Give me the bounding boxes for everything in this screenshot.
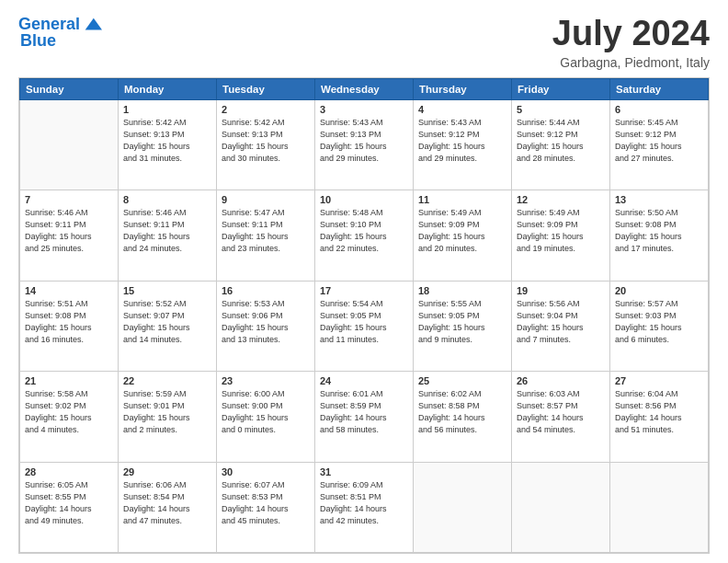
day-info: Sunrise: 6:07 AM Sunset: 8:53 PM Dayligh…	[222, 479, 310, 527]
day-number: 4	[418, 104, 506, 115]
day-info: Sunrise: 5:43 AM Sunset: 9:12 PM Dayligh…	[418, 117, 506, 165]
day-number: 2	[222, 104, 310, 115]
day-number: 12	[517, 194, 605, 205]
calendar-cell	[414, 462, 512, 552]
day-number: 7	[25, 194, 113, 205]
weekday-header: Monday	[119, 78, 217, 99]
weekday-header: Saturday	[610, 78, 709, 99]
day-info: Sunrise: 5:51 AM Sunset: 9:08 PM Dayligh…	[25, 298, 113, 346]
logo: General Blue	[18, 15, 102, 51]
calendar-cell: 17Sunrise: 5:54 AM Sunset: 9:05 PM Dayli…	[315, 281, 414, 371]
page: General Blue July 2024 Garbagna, Piedmon…	[0, 0, 728, 563]
day-number: 20	[615, 285, 703, 296]
calendar-week-row: 1Sunrise: 5:42 AM Sunset: 9:13 PM Daylig…	[20, 99, 709, 190]
header: General Blue July 2024 Garbagna, Piedmon…	[18, 15, 710, 70]
calendar-cell: 26Sunrise: 6:03 AM Sunset: 8:57 PM Dayli…	[512, 372, 610, 462]
day-info: Sunrise: 6:03 AM Sunset: 8:57 PM Dayligh…	[517, 388, 605, 436]
day-info: Sunrise: 5:44 AM Sunset: 9:12 PM Dayligh…	[517, 117, 605, 165]
calendar-week-row: 28Sunrise: 6:05 AM Sunset: 8:55 PM Dayli…	[20, 462, 709, 552]
calendar-cell: 12Sunrise: 5:49 AM Sunset: 9:09 PM Dayli…	[512, 190, 610, 281]
calendar: SundayMondayTuesdayWednesdayThursdayFrid…	[18, 77, 710, 554]
day-info: Sunrise: 6:06 AM Sunset: 8:54 PM Dayligh…	[123, 479, 211, 527]
calendar-header: SundayMondayTuesdayWednesdayThursdayFrid…	[20, 78, 709, 99]
calendar-cell: 3Sunrise: 5:43 AM Sunset: 9:13 PM Daylig…	[315, 99, 414, 190]
calendar-cell: 7Sunrise: 5:46 AM Sunset: 9:11 PM Daylig…	[20, 190, 119, 281]
calendar-cell	[512, 462, 610, 552]
calendar-cell: 9Sunrise: 5:47 AM Sunset: 9:11 PM Daylig…	[217, 190, 315, 281]
calendar-cell: 27Sunrise: 6:04 AM Sunset: 8:56 PM Dayli…	[610, 372, 709, 462]
day-number: 9	[222, 194, 310, 205]
calendar-body: 1Sunrise: 5:42 AM Sunset: 9:13 PM Daylig…	[20, 99, 709, 552]
day-number: 23	[222, 375, 310, 386]
day-info: Sunrise: 5:50 AM Sunset: 9:08 PM Dayligh…	[615, 207, 703, 255]
logo-blue: Blue	[20, 31, 56, 51]
day-info: Sunrise: 5:48 AM Sunset: 9:10 PM Dayligh…	[320, 207, 408, 255]
calendar-cell: 28Sunrise: 6:05 AM Sunset: 8:55 PM Dayli…	[20, 462, 119, 552]
day-number: 19	[517, 285, 605, 296]
day-number: 5	[517, 104, 605, 115]
calendar-cell: 15Sunrise: 5:52 AM Sunset: 9:07 PM Dayli…	[119, 281, 217, 371]
calendar-week-row: 21Sunrise: 5:58 AM Sunset: 9:02 PM Dayli…	[20, 372, 709, 462]
day-info: Sunrise: 6:09 AM Sunset: 8:51 PM Dayligh…	[320, 479, 408, 527]
day-number: 1	[123, 104, 211, 115]
day-number: 27	[615, 375, 703, 386]
calendar-cell: 31Sunrise: 6:09 AM Sunset: 8:51 PM Dayli…	[315, 462, 414, 552]
calendar-cell: 24Sunrise: 6:01 AM Sunset: 8:59 PM Dayli…	[315, 372, 414, 462]
day-info: Sunrise: 5:49 AM Sunset: 9:09 PM Dayligh…	[418, 207, 506, 255]
day-number: 14	[25, 285, 113, 296]
weekday-header: Sunday	[20, 78, 119, 99]
day-number: 25	[418, 375, 506, 386]
calendar-cell: 2Sunrise: 5:42 AM Sunset: 9:13 PM Daylig…	[217, 99, 315, 190]
day-number: 10	[320, 194, 408, 205]
day-info: Sunrise: 5:46 AM Sunset: 9:11 PM Dayligh…	[123, 207, 211, 255]
day-info: Sunrise: 5:55 AM Sunset: 9:05 PM Dayligh…	[418, 298, 506, 346]
calendar-cell: 30Sunrise: 6:07 AM Sunset: 8:53 PM Dayli…	[217, 462, 315, 552]
month-title: July 2024	[552, 15, 710, 53]
day-info: Sunrise: 5:54 AM Sunset: 9:05 PM Dayligh…	[320, 298, 408, 346]
logo-icon	[82, 15, 102, 35]
day-number: 21	[25, 375, 113, 386]
calendar-cell	[20, 99, 119, 190]
day-info: Sunrise: 5:47 AM Sunset: 9:11 PM Dayligh…	[222, 207, 310, 255]
calendar-cell: 16Sunrise: 5:53 AM Sunset: 9:06 PM Dayli…	[217, 281, 315, 371]
day-number: 28	[25, 466, 113, 477]
calendar-cell: 21Sunrise: 5:58 AM Sunset: 9:02 PM Dayli…	[20, 372, 119, 462]
day-number: 6	[615, 104, 703, 115]
svg-marker-0	[85, 18, 102, 30]
calendar-table: SundayMondayTuesdayWednesdayThursdayFrid…	[19, 78, 709, 553]
title-block: July 2024 Garbagna, Piedmont, Italy	[552, 15, 710, 70]
calendar-cell: 13Sunrise: 5:50 AM Sunset: 9:08 PM Dayli…	[610, 190, 709, 281]
day-info: Sunrise: 5:43 AM Sunset: 9:13 PM Dayligh…	[320, 117, 408, 165]
day-number: 29	[123, 466, 211, 477]
day-info: Sunrise: 6:01 AM Sunset: 8:59 PM Dayligh…	[320, 388, 408, 436]
calendar-cell: 10Sunrise: 5:48 AM Sunset: 9:10 PM Dayli…	[315, 190, 414, 281]
calendar-cell: 14Sunrise: 5:51 AM Sunset: 9:08 PM Dayli…	[20, 281, 119, 371]
weekday-row: SundayMondayTuesdayWednesdayThursdayFrid…	[20, 78, 709, 99]
day-info: Sunrise: 5:52 AM Sunset: 9:07 PM Dayligh…	[123, 298, 211, 346]
day-number: 16	[222, 285, 310, 296]
calendar-cell: 20Sunrise: 5:57 AM Sunset: 9:03 PM Dayli…	[610, 281, 709, 371]
weekday-header: Friday	[512, 78, 610, 99]
calendar-cell: 5Sunrise: 5:44 AM Sunset: 9:12 PM Daylig…	[512, 99, 610, 190]
day-number: 11	[418, 194, 506, 205]
day-info: Sunrise: 6:00 AM Sunset: 9:00 PM Dayligh…	[222, 388, 310, 436]
day-number: 24	[320, 375, 408, 386]
day-number: 17	[320, 285, 408, 296]
weekday-header: Wednesday	[315, 78, 414, 99]
calendar-cell: 6Sunrise: 5:45 AM Sunset: 9:12 PM Daylig…	[610, 99, 709, 190]
day-info: Sunrise: 6:02 AM Sunset: 8:58 PM Dayligh…	[418, 388, 506, 436]
location: Garbagna, Piedmont, Italy	[552, 55, 710, 70]
day-info: Sunrise: 5:49 AM Sunset: 9:09 PM Dayligh…	[517, 207, 605, 255]
weekday-header: Thursday	[414, 78, 512, 99]
calendar-cell: 23Sunrise: 6:00 AM Sunset: 9:00 PM Dayli…	[217, 372, 315, 462]
day-info: Sunrise: 5:56 AM Sunset: 9:04 PM Dayligh…	[517, 298, 605, 346]
calendar-cell: 4Sunrise: 5:43 AM Sunset: 9:12 PM Daylig…	[414, 99, 512, 190]
calendar-cell: 11Sunrise: 5:49 AM Sunset: 9:09 PM Dayli…	[414, 190, 512, 281]
day-number: 13	[615, 194, 703, 205]
day-number: 30	[222, 466, 310, 477]
day-info: Sunrise: 5:42 AM Sunset: 9:13 PM Dayligh…	[222, 117, 310, 165]
calendar-cell	[610, 462, 709, 552]
calendar-week-row: 7Sunrise: 5:46 AM Sunset: 9:11 PM Daylig…	[20, 190, 709, 281]
calendar-cell: 1Sunrise: 5:42 AM Sunset: 9:13 PM Daylig…	[119, 99, 217, 190]
day-info: Sunrise: 5:59 AM Sunset: 9:01 PM Dayligh…	[123, 388, 211, 436]
